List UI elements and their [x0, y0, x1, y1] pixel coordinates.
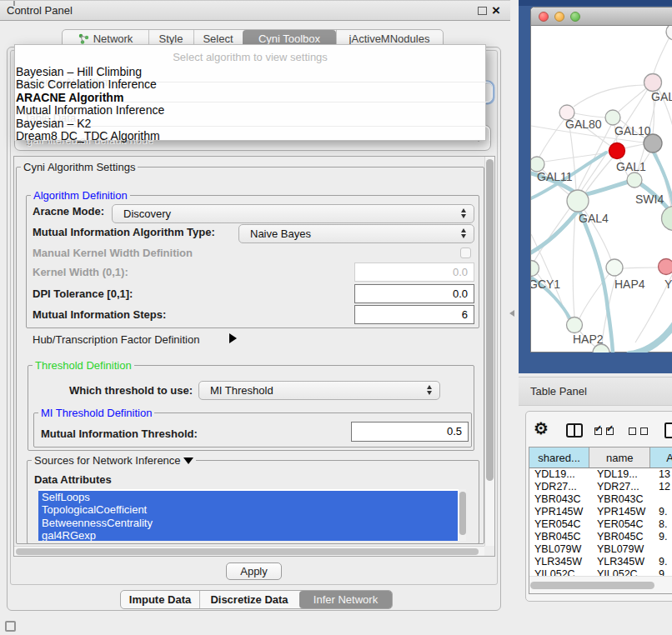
column-header-shared-name[interactable]: shared...: [529, 448, 589, 468]
which-threshold-combo[interactable]: MI Threshold: [198, 381, 440, 400]
table-row[interactable]: YDR27...YDR27...12: [529, 481, 672, 493]
sources-collapse-icon[interactable]: [183, 458, 193, 464]
dpi-tolerance-field[interactable]: 0.0: [354, 284, 474, 303]
algorithm-option[interactable]: Basic Correlation Inference: [16, 78, 157, 91]
tab-label: Style: [159, 32, 183, 45]
which-threshold-label: Which threshold to use:: [69, 384, 193, 397]
network-node[interactable]: [662, 207, 672, 231]
column-header-name[interactable]: name: [589, 448, 650, 468]
kernel-width-label: Kernel Width (0,1):: [33, 266, 128, 278]
attribute-item[interactable]: BetweennessCentrality: [38, 517, 458, 529]
algorithm-option[interactable]: ARACNE Algorithm: [16, 91, 123, 104]
column-header-cut[interactable]: A: [650, 448, 672, 468]
data-attributes-list[interactable]: SelfLoopsTopologicalCoefficientBetweenne…: [38, 489, 466, 541]
settings-scrollpane: Cyni Algorithm Settings Algorithm Defini…: [13, 156, 495, 557]
table-cell: YBR045C: [529, 531, 592, 543]
network-canvas[interactable]: GALGAL80GAL10GAL1GAL11SWI4GAL4GCY1HAP4YH…: [531, 26, 672, 352]
network-node-y[interactable]: [659, 259, 672, 275]
which-threshold-value: MI Threshold: [210, 384, 273, 397]
splitter-tick[interactable]: [13, 1, 15, 6]
table-row[interactable]: YDL19...YDL19...13: [529, 468, 672, 481]
network-node-gal1[interactable]: [609, 143, 625, 159]
manual-kernel-width-checkbox[interactable]: [460, 248, 471, 258]
mi-steps-field[interactable]: 6: [354, 305, 474, 324]
export-table-icon[interactable]: [664, 422, 672, 438]
vertical-scrollbar[interactable]: [484, 157, 494, 546]
deselect-all-columns-icon[interactable]: [629, 427, 650, 437]
float-window-icon[interactable]: [478, 7, 487, 15]
network-window-titlebar[interactable]: [531, 8, 672, 26]
tab-discretize-data[interactable]: Discretize Data: [199, 591, 299, 608]
aracne-mode-combo[interactable]: Discovery: [112, 204, 474, 223]
horizontal-scrollbar-thumb[interactable]: [16, 548, 479, 555]
table-cell: YBR045C: [592, 531, 655, 543]
network-window: GALGAL80GAL10GAL1GAL11SWI4GAL4GCY1HAP4YH…: [530, 7, 672, 352]
kernel-width-field[interactable]: 0.0: [354, 262, 474, 282]
table-cell: YBL079W: [592, 543, 655, 556]
table-cell: YER054C: [592, 518, 655, 531]
table-cell: YBL079W: [529, 543, 592, 556]
minimize-traffic-light[interactable]: [554, 12, 564, 22]
network-node-gal[interactable]: [644, 74, 662, 92]
table-row[interactable]: YPR145WYPR145W9.: [529, 506, 672, 518]
table-cell: YLR345W: [529, 556, 592, 568]
table-cell: 13: [655, 468, 672, 481]
network-node-hap4[interactable]: [606, 259, 623, 276]
network-node-gcy1[interactable]: [531, 261, 539, 277]
horizontal-scrollbar[interactable]: [14, 546, 484, 556]
network-desktop: GALGAL80GAL10GAL1GAL11SWI4GAL4GCY1HAP4YH…: [519, 0, 672, 373]
table-cell: YIL052C: [592, 568, 655, 576]
select-all-columns-icon[interactable]: ✓✓: [594, 427, 616, 437]
inference-combo-ghost: [118, 82, 493, 102]
network-node-label: GAL80: [565, 118, 602, 131]
network-node-hap2[interactable]: [567, 318, 583, 333]
tab-impute-data[interactable]: Impute Data: [121, 591, 199, 608]
hub-expand-icon[interactable]: [229, 333, 237, 343]
network-node[interactable]: [644, 134, 662, 152]
attribute-item[interactable]: gal4RGexp: [38, 529, 458, 541]
table-row[interactable]: YIL052CYIL052C9.: [529, 568, 672, 576]
algorithm-option[interactable]: Mutual Information Inference: [16, 103, 164, 117]
table-cell: YIL052C: [529, 568, 592, 576]
table-row[interactable]: YLR345WYLR345W9.: [529, 556, 672, 568]
network-node-label: GAL1: [616, 160, 646, 173]
tab-label: jActiveMNodules: [349, 32, 430, 45]
mi-steps-label: Mutual Information Steps:: [33, 308, 166, 321]
mi-algorithm-type-combo[interactable]: Naive Bayes: [238, 224, 474, 243]
attributes-scrollbar[interactable]: [459, 489, 466, 541]
dock-icon[interactable]: [5, 621, 16, 632]
table-cell: YER054C: [529, 518, 592, 531]
attribute-item[interactable]: SelfLoops: [38, 491, 458, 503]
table-horizontal-scrollbar[interactable]: [529, 576, 672, 593]
network-node-gal10[interactable]: [605, 110, 620, 125]
table-row[interactable]: YBL079WYBL079W: [529, 543, 672, 556]
algorithm-option[interactable]: Bayesian – K2: [16, 117, 91, 130]
apply-button[interactable]: Apply: [226, 562, 282, 580]
table-row[interactable]: YER054CYER054C8.: [529, 518, 672, 531]
splitter-collapse-icon[interactable]: [509, 310, 514, 317]
aracne-mode-label: Aracne Mode:: [33, 205, 104, 218]
network-node-gal4[interactable]: [567, 190, 589, 212]
algorithm-option[interactable]: Dream8 DC_TDC Algorithm: [16, 129, 160, 142]
table-row[interactable]: YBR043CYBR043C: [529, 493, 672, 506]
tab-infer-network[interactable]: Infer Network: [299, 591, 392, 608]
desktop-top-band: [519, 0, 672, 6]
gear-icon[interactable]: ⚙: [534, 420, 549, 437]
network-edge: [619, 88, 646, 112]
vertical-scrollbar-thumb[interactable]: [486, 159, 494, 481]
attribute-item[interactable]: TopologicalCoefficient: [38, 503, 458, 516]
algorithm-option[interactable]: Bayesian – Hill Climbing: [16, 65, 142, 78]
network-node-label: SWI4: [635, 192, 664, 206]
table-cell: 8.: [655, 518, 672, 531]
columns-icon[interactable]: [566, 423, 583, 438]
network-node[interactable]: [666, 26, 672, 40]
mi-threshold-field[interactable]: 0.5: [351, 422, 469, 442]
hub-definition-label: Hub/Transcription Factor Definition: [33, 333, 199, 346]
close-traffic-light[interactable]: [539, 12, 549, 22]
zoom-traffic-light[interactable]: [570, 12, 580, 22]
table-hscroll-thumb[interactable]: [530, 582, 654, 589]
sources-title-wrap: Sources for Network Inference: [32, 454, 196, 467]
table-row[interactable]: YBR045CYBR045C9.: [529, 531, 672, 543]
close-icon[interactable]: ×: [492, 2, 500, 19]
network-node-swi4[interactable]: [627, 172, 642, 188]
